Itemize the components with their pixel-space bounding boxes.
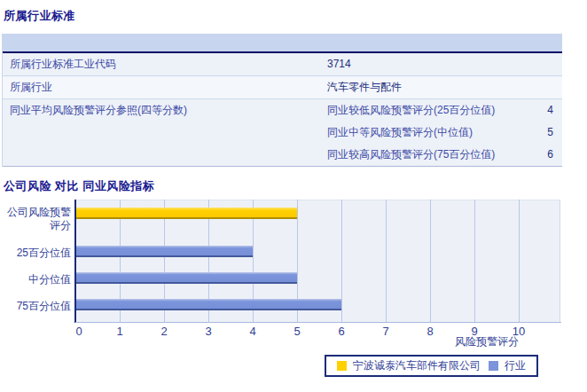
category-label: 中分位值	[0, 273, 71, 286]
chart-legend: 宁波诚泰汽车部件有限公司行业	[325, 355, 538, 377]
x-tick-label: 4	[239, 325, 266, 338]
chart-gridline	[430, 200, 431, 323]
x-tick-label: 1	[106, 325, 133, 338]
legend-item-company: 宁波诚泰汽车部件有限公司	[337, 358, 481, 373]
category-label: 公司风险预警评分	[0, 206, 71, 232]
bar-industry	[76, 299, 341, 310]
legend-label: 行业	[505, 358, 526, 373]
x-axis-label: 风险预警评分	[399, 334, 519, 349]
x-tick-label: 6	[328, 325, 355, 338]
category-label: 25百分位值	[0, 247, 71, 260]
bar-industry	[76, 272, 297, 284]
category-label: 75百分位值	[0, 300, 71, 313]
chart-gridline	[474, 200, 475, 323]
chart-gridline	[341, 200, 342, 323]
page: 所属行业标准 所属行业标准工业代码 3714 所属行业 汽车零件与配件 同业平均…	[0, 0, 587, 392]
legend-swatch-icon	[337, 361, 347, 371]
bar-company	[76, 208, 297, 219]
chart-x-axis	[75, 322, 561, 323]
risk-comparison-bar-chart: 公司风险预警评分25百分位值中分位值75百分位值012345678910风险预警…	[0, 0, 587, 392]
x-tick-label: 3	[195, 325, 222, 338]
x-tick-label: 7	[372, 325, 399, 338]
legend-swatch-icon	[489, 361, 498, 371]
legend-label: 宁波诚泰汽车部件有限公司	[353, 358, 481, 373]
bar-industry	[76, 246, 253, 257]
chart-gridline	[386, 200, 387, 323]
x-tick-label: 5	[284, 325, 310, 338]
legend-item-industry: 行业	[489, 358, 526, 373]
x-tick-label: 0	[66, 325, 92, 338]
x-tick-label: 2	[151, 325, 177, 338]
chart-gridline	[519, 200, 520, 323]
